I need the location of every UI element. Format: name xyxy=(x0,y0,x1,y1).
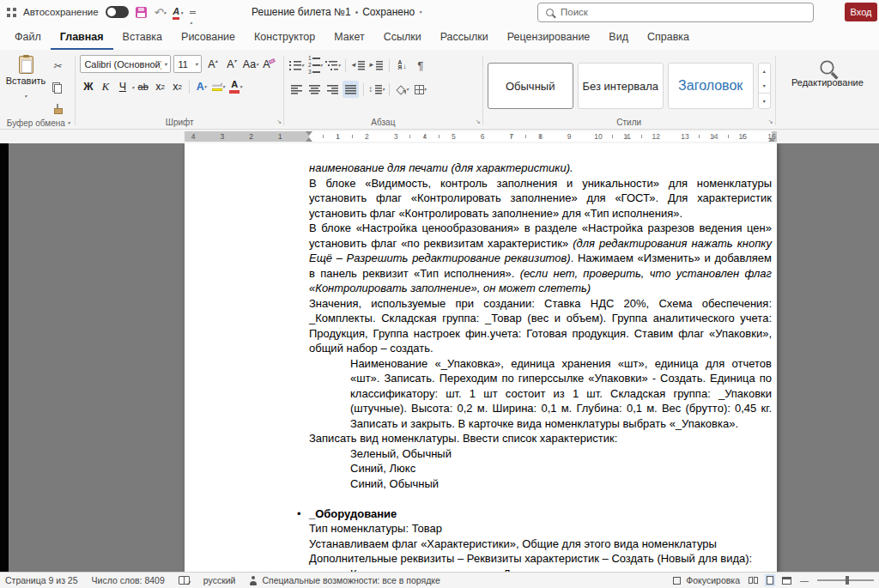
ribbon-tab[interactable]: Конструктор xyxy=(245,24,324,50)
zoom-slider-thumb[interactable] xyxy=(846,576,849,585)
numbering-button[interactable]: 123 xyxy=(306,57,323,74)
word-window: Автосохранение А Решение билета №1 • Сох… xyxy=(0,0,879,588)
language-indicator[interactable]: русский xyxy=(203,575,236,585)
copy-button[interactable] xyxy=(49,79,65,96)
search-icon xyxy=(821,60,834,74)
ribbon-tab[interactable]: Рецензирование xyxy=(498,24,600,50)
borders-button[interactable] xyxy=(412,81,428,98)
styles-dialog-launcher-icon[interactable] xyxy=(768,112,773,127)
undo-button[interactable] xyxy=(154,4,167,20)
align-right-button[interactable] xyxy=(324,81,341,98)
chevron-down-icon xyxy=(25,88,27,103)
gallery-expand-icon[interactable] xyxy=(759,93,770,108)
document-page[interactable]: наименование для печати (для характерист… xyxy=(185,143,777,572)
right-indent-marker[interactable] xyxy=(768,137,775,142)
font-name-select[interactable]: Calibri (Основной) xyxy=(80,55,171,73)
style-card-no-spacing[interactable]: Без интервала xyxy=(578,63,664,109)
subscript-button[interactable]: х2 xyxy=(152,78,168,95)
status-bar: Страница 9 из 25 Число слов: 8409 ✓ русс… xyxy=(0,572,879,588)
spellcheck-icon[interactable]: ✓ xyxy=(179,576,190,585)
italic-button[interactable]: К xyxy=(97,78,113,95)
ribbon-tab[interactable]: Справка xyxy=(638,24,699,50)
font-dialog-launcher-icon[interactable] xyxy=(276,112,282,127)
underline-button[interactable]: Ч xyxy=(114,78,130,95)
doc-bullet-item: •_Оборудование xyxy=(309,506,772,522)
first-line-indent-marker[interactable] xyxy=(306,131,312,136)
multilevel-list-button[interactable] xyxy=(324,57,341,74)
show-formatting-marks-button[interactable] xyxy=(412,57,428,74)
bullets-button[interactable] xyxy=(288,57,305,74)
divider xyxy=(189,81,190,94)
justify-button[interactable] xyxy=(343,81,359,98)
style-card-heading[interactable]: Заголовок xyxy=(668,63,754,109)
shading-button[interactable] xyxy=(394,81,410,98)
scroll-down-icon[interactable] xyxy=(759,78,770,93)
doc-paragraph: Записать вид номенклатуры. Ввести список… xyxy=(309,431,772,446)
styles-group-label: Стили xyxy=(488,116,771,129)
scroll-up-icon[interactable] xyxy=(759,64,770,78)
ribbon-tab[interactable]: Главная xyxy=(51,24,113,50)
font-color-quick-button[interactable]: А xyxy=(173,4,183,20)
ribbon-tab[interactable]: Вставка xyxy=(113,24,172,50)
strikethrough-button[interactable]: ab xyxy=(135,78,151,95)
customize-quick-access-button[interactable] xyxy=(190,11,196,14)
text-effects-button[interactable]: А xyxy=(193,78,209,95)
ribbon-tab[interactable]: Файл xyxy=(5,24,51,50)
increase-indent-button[interactable] xyxy=(368,57,385,74)
document-title[interactable]: Решение билета №1 • Сохранено xyxy=(252,6,421,18)
borders-icon xyxy=(415,85,424,94)
style-card-normal[interactable]: Обычный xyxy=(488,63,573,109)
clear-formatting-button[interactable]: А xyxy=(261,56,277,73)
highlight-button[interactable] xyxy=(210,78,227,95)
styles-gallery-scrollbar[interactable] xyxy=(758,63,771,109)
save-icon[interactable] xyxy=(136,7,147,18)
font-size-select[interactable]: 11 xyxy=(173,55,202,73)
bold-button[interactable]: Ж xyxy=(80,78,96,95)
ribbon-tab[interactable]: Ссылки xyxy=(374,24,431,50)
cut-button[interactable] xyxy=(49,58,65,75)
sign-in-button[interactable]: Вход xyxy=(845,3,877,21)
title-separator: • xyxy=(355,8,359,17)
zoom-slider[interactable] xyxy=(817,579,874,581)
align-left-button[interactable] xyxy=(288,81,305,98)
shrink-font-button[interactable]: А xyxy=(223,56,239,73)
doc-empty-line xyxy=(309,491,772,506)
paragraph-dialog-launcher-icon[interactable] xyxy=(476,112,481,127)
accessibility-status[interactable]: Специальные возможности: все в порядке xyxy=(249,575,440,585)
read-mode-icon[interactable] xyxy=(749,577,758,584)
clipboard-group-label[interactable]: Буфер обмена xyxy=(6,118,70,129)
align-center-button[interactable] xyxy=(306,81,323,98)
ruler[interactable]: 123456789101112131415161234 xyxy=(0,130,879,143)
doc-paragraph: Зеленый, Обычный xyxy=(350,446,772,462)
decrease-indent-button[interactable] xyxy=(350,57,367,74)
paste-button[interactable]: Вставить xyxy=(6,53,45,118)
chevron-down-icon[interactable] xyxy=(131,79,134,94)
arrow-down-icon xyxy=(234,58,237,70)
zoom-out-icon[interactable]: — xyxy=(800,576,809,585)
search-bar[interactable]: Поиск xyxy=(537,3,814,22)
ribbon-tab[interactable]: Вид xyxy=(599,24,638,50)
copy-icon xyxy=(52,82,62,94)
line-spacing-button[interactable] xyxy=(368,81,385,98)
ribbon-tab[interactable]: Рисование xyxy=(172,24,245,50)
focus-mode-button[interactable]: Фокусировка xyxy=(673,575,740,585)
sort-button[interactable]: АЯ xyxy=(394,57,410,74)
grow-font-button[interactable]: А xyxy=(204,56,221,73)
change-case-button[interactable]: Аа xyxy=(242,56,258,73)
font-color-button[interactable]: А xyxy=(227,78,244,95)
autosave-toggle[interactable] xyxy=(106,6,129,18)
editing-button[interactable]: Редактирование xyxy=(780,53,875,88)
doc-paragraph: Дополнительные реквизиты – Реквизиты хар… xyxy=(309,551,772,567)
font-group-label: Шрифт xyxy=(80,116,279,129)
left-indent-marker[interactable] xyxy=(306,137,312,142)
ribbon-tab[interactable]: Макет xyxy=(324,24,373,50)
chevron-down-icon xyxy=(180,4,183,20)
divider xyxy=(363,83,364,96)
web-layout-icon[interactable] xyxy=(782,577,791,585)
print-layout-icon[interactable] xyxy=(767,576,773,585)
ribbon-tab[interactable]: Рассылки xyxy=(431,24,498,50)
word-count[interactable]: Число слов: 8409 xyxy=(92,575,165,585)
format-painter-button[interactable] xyxy=(49,100,65,118)
page-indicator[interactable]: Страница 9 из 25 xyxy=(5,575,78,585)
superscript-button[interactable]: х2 xyxy=(169,78,185,95)
